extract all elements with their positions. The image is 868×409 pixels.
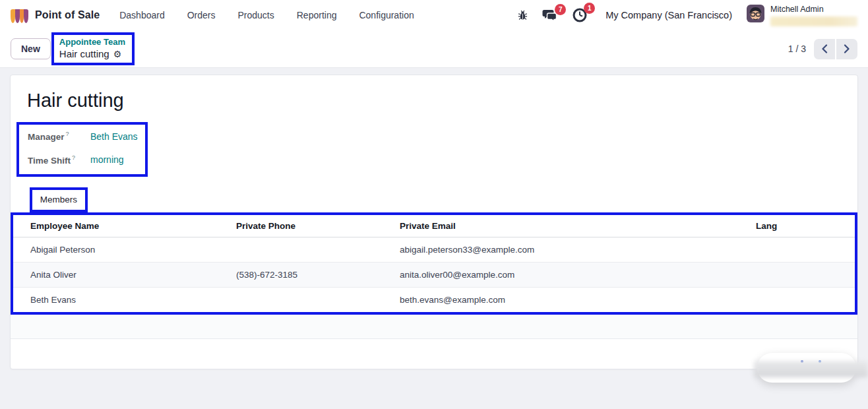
user-menu[interactable]: Mitchell Admin bbox=[747, 5, 857, 26]
empty-list-row bbox=[11, 315, 857, 339]
messages-count-badge: 7 bbox=[555, 4, 566, 15]
manager-label: Manager? bbox=[28, 131, 90, 142]
bug-icon[interactable] bbox=[518, 10, 528, 20]
user-name: Mitchell Admin bbox=[770, 5, 857, 15]
chevron-left-icon bbox=[821, 44, 828, 53]
form-sheet: Hair cutting Manager? Beth Evans Time Sh… bbox=[10, 75, 858, 369]
blur-artifact bbox=[755, 361, 868, 377]
members-table-highlight-box: Employee Name Private Phone Private Emai… bbox=[11, 212, 857, 315]
pager-counter: 1 / 3 bbox=[788, 44, 806, 54]
table-header-row: Employee Name Private Phone Private Emai… bbox=[13, 215, 855, 237]
cell-private-email: abigail.peterson33@example.com bbox=[394, 237, 751, 262]
table-row[interactable]: Anita Oliver (538)-672-3185 anita.oliver… bbox=[13, 262, 855, 287]
top-navbar: Point of Sale Dashboard Orders Products … bbox=[0, 0, 868, 30]
activities-count-badge: 1 bbox=[584, 3, 595, 14]
app-name: Point of Sale bbox=[35, 9, 100, 21]
menu-configuration[interactable]: Configuration bbox=[356, 7, 416, 24]
cell-private-email: anita.oliver00@example.com bbox=[394, 262, 751, 287]
cell-private-phone bbox=[231, 237, 394, 262]
field-manager: Manager? Beth Evans bbox=[28, 131, 145, 142]
cell-lang bbox=[751, 262, 855, 287]
field-time-shift: Time Shift? morning bbox=[28, 154, 145, 166]
control-panel: New Appointee Team Hair cutting ⚙ 1 / 3 bbox=[0, 30, 868, 68]
pager-previous-button[interactable] bbox=[814, 39, 835, 59]
cell-employee-name: Abigail Peterson bbox=[13, 237, 231, 262]
app-brand[interactable]: Point of Sale bbox=[11, 8, 100, 23]
column-header-lang[interactable]: Lang bbox=[751, 215, 855, 237]
tab-members[interactable]: Members bbox=[32, 190, 85, 210]
systray: 7 1 My Company (San Francisco) bbox=[518, 5, 857, 26]
cell-private-phone: (538)-672-3185 bbox=[231, 262, 394, 287]
record-title[interactable]: Hair cutting bbox=[27, 90, 841, 111]
breadcrumb-current: Hair cutting ⚙ bbox=[59, 47, 125, 60]
company-switcher[interactable]: My Company (San Francisco) bbox=[605, 10, 732, 20]
column-header-employee-name[interactable]: Employee Name bbox=[13, 215, 231, 237]
avatar bbox=[747, 5, 764, 22]
breadcrumb-highlight-box: Appointee Team Hair cutting ⚙ bbox=[51, 32, 135, 65]
point-of-sale-app-icon bbox=[11, 9, 28, 23]
help-marker: ? bbox=[66, 131, 69, 137]
cell-employee-name: Anita Oliver bbox=[13, 262, 231, 287]
cell-private-phone bbox=[231, 287, 394, 312]
cell-lang bbox=[751, 287, 855, 312]
menu-products[interactable]: Products bbox=[235, 7, 277, 24]
messages-icon[interactable]: 7 bbox=[542, 9, 558, 22]
cell-private-email: beth.evans@example.com bbox=[394, 287, 751, 312]
user-subtitle-blurred bbox=[770, 16, 857, 26]
table-row[interactable]: Abigail Peterson abigail.peterson33@exam… bbox=[13, 237, 855, 262]
menu-dashboard[interactable]: Dashboard bbox=[117, 7, 168, 24]
members-table: Employee Name Private Phone Private Emai… bbox=[13, 215, 855, 312]
pager-next-button[interactable] bbox=[836, 39, 857, 59]
tab-highlight-box: Members bbox=[30, 187, 88, 212]
manager-value-link[interactable]: Beth Evans bbox=[90, 131, 138, 142]
gear-icon[interactable]: ⚙ bbox=[113, 49, 122, 59]
help-marker: ? bbox=[72, 154, 75, 161]
time-shift-label: Time Shift? bbox=[28, 154, 90, 166]
breadcrumb-parent-link[interactable]: Appointee Team bbox=[59, 36, 125, 47]
cell-lang bbox=[751, 237, 855, 262]
menu-reporting[interactable]: Reporting bbox=[294, 7, 340, 24]
column-header-private-email[interactable]: Private Email bbox=[394, 215, 751, 237]
cell-employee-name: Beth Evans bbox=[13, 287, 231, 312]
fields-highlight-box: Manager? Beth Evans Time Shift? morning bbox=[16, 122, 148, 177]
activity-clock-icon[interactable]: 1 bbox=[573, 8, 587, 22]
content-area: Hair cutting Manager? Beth Evans Time Sh… bbox=[0, 68, 868, 409]
table-row[interactable]: Beth Evans beth.evans@example.com bbox=[13, 287, 855, 312]
time-shift-value-link[interactable]: morning bbox=[90, 154, 124, 165]
breadcrumb-current-label: Hair cutting bbox=[59, 47, 109, 60]
pager: 1 / 3 bbox=[788, 39, 857, 59]
main-menu: Dashboard Orders Products Reporting Conf… bbox=[117, 7, 417, 24]
column-header-private-phone[interactable]: Private Phone bbox=[231, 215, 394, 237]
new-button[interactable]: New bbox=[11, 38, 51, 59]
menu-orders[interactable]: Orders bbox=[185, 7, 218, 24]
chevron-right-icon bbox=[844, 44, 850, 53]
